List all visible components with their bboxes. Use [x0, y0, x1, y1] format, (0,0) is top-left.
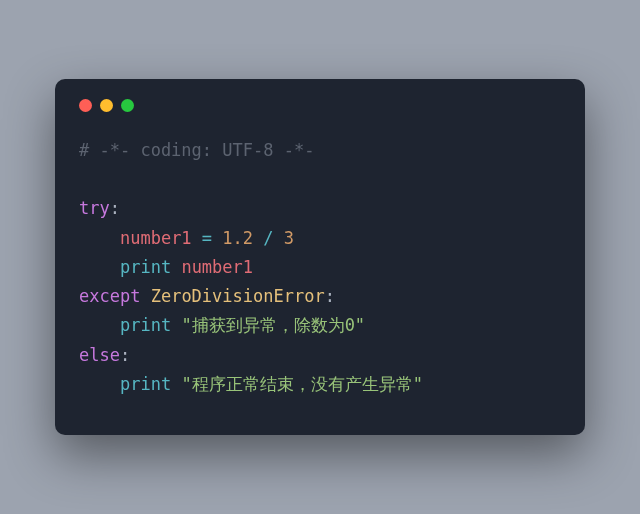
variable: number1 — [181, 257, 253, 277]
number-literal: 1.2 — [222, 228, 253, 248]
window-controls — [79, 99, 561, 112]
code-window: # -*- coding: UTF-8 -*- try: number1 = 1… — [55, 79, 585, 435]
except-keyword: except — [79, 286, 140, 306]
string-literal: "捕获到异常，除数为0" — [181, 315, 365, 335]
colon: : — [325, 286, 335, 306]
space — [140, 286, 150, 306]
space — [171, 315, 181, 335]
space — [171, 257, 181, 277]
string-literal: "程序正常结束，没有产生异常" — [181, 374, 422, 394]
exception-type: ZeroDivisionError — [151, 286, 325, 306]
print-keyword: print — [120, 315, 171, 335]
minimize-icon[interactable] — [100, 99, 113, 112]
code-block: # -*- coding: UTF-8 -*- try: number1 = 1… — [79, 136, 561, 399]
colon: : — [110, 198, 120, 218]
indent — [79, 315, 120, 335]
variable: number1 — [120, 228, 192, 248]
print-keyword: print — [120, 374, 171, 394]
colon: : — [120, 345, 130, 365]
try-keyword: try — [79, 198, 110, 218]
number-literal: 3 — [284, 228, 294, 248]
assign-op: = — [192, 228, 223, 248]
indent — [79, 228, 120, 248]
print-keyword: print — [120, 257, 171, 277]
indent — [79, 374, 120, 394]
close-icon[interactable] — [79, 99, 92, 112]
comment-line: # -*- coding: UTF-8 -*- — [79, 140, 314, 160]
indent — [79, 257, 120, 277]
divide-op: / — [253, 228, 284, 248]
else-keyword: else — [79, 345, 120, 365]
space — [171, 374, 181, 394]
zoom-icon[interactable] — [121, 99, 134, 112]
